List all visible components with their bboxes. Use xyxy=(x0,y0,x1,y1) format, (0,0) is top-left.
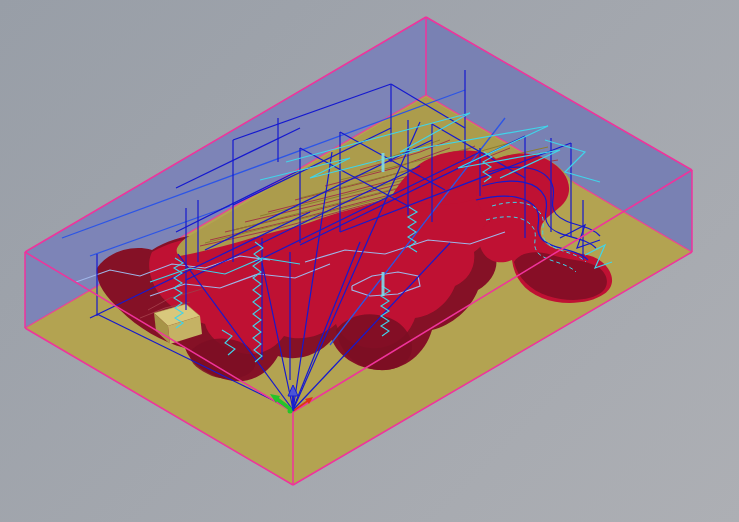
origin-dot xyxy=(288,409,293,414)
cam-3d-viewport[interactable] xyxy=(0,0,739,522)
machining-simulation-scene xyxy=(0,0,739,522)
